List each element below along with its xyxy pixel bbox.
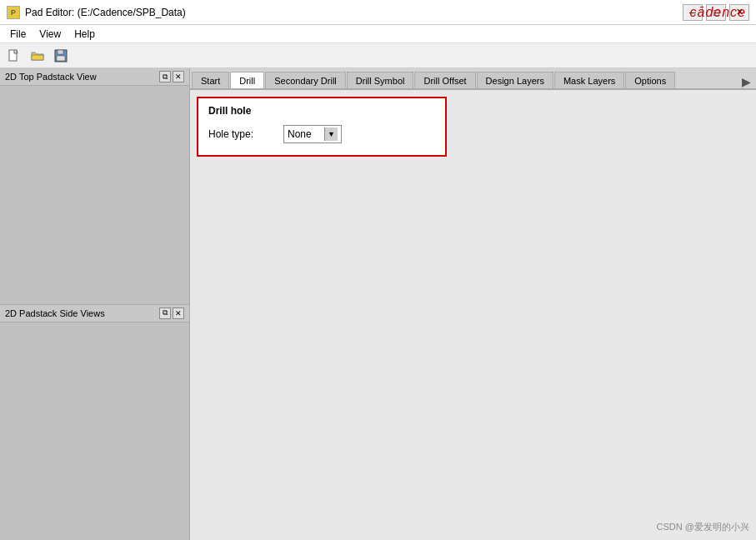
title-bar-left: P Pad Editor: (E:/Cadence/SPB_Data) [7,6,186,19]
side-views-content [0,322,189,541]
app-icon: P [7,6,20,19]
restore-btn-side[interactable]: ⧉ [159,308,171,319]
hole-type-row: Hole type: None ▼ [208,125,435,143]
tab-drill[interactable]: Drill [230,72,264,89]
watermark: CSDN @爱发明的小兴 [657,521,749,533]
svg-rect-5 [57,56,65,61]
tab-mask-layers[interactable]: Mask Layers [554,72,624,89]
hole-type-select[interactable]: None ▼ [283,125,342,143]
menu-help[interactable]: Help [68,27,102,42]
top-padstack-content [0,86,189,304]
cadence-logo: cādence [690,5,747,20]
restore-btn-top[interactable]: ⧉ [159,71,171,82]
tab-drill-symbol[interactable]: Drill Symbol [347,72,414,89]
toolbar [0,43,756,68]
top-padstack-controls: ⧉ ✕ [159,71,184,82]
side-views-header: 2D Padstack Side Views ⧉ ✕ [0,305,189,322]
tabs-container: Start Drill Secondary Drill Drill Symbol… [190,68,756,90]
hole-type-label: Hole type: [208,128,283,140]
menu-bar: File View Help cādence [0,25,756,43]
hole-type-value: None [288,128,324,140]
drill-hole-box: Drill hole Hole type: None ▼ [197,97,447,157]
drill-hole-title: Drill hole [208,105,435,117]
main-layout: 2D Top Padstack View ⧉ ✕ 2D Padstack Sid… [0,68,756,540]
close-btn-side[interactable]: ✕ [173,308,184,319]
tab-content-drill: Drill hole Hole type: None ▼ [190,90,756,540]
new-button[interactable] [3,46,25,66]
save-button[interactable] [50,46,72,66]
svg-rect-4 [58,50,63,54]
menu-view[interactable]: View [33,27,68,42]
tab-drill-offset[interactable]: Drill Offset [414,72,475,89]
tab-secondary-drill[interactable]: Secondary Drill [265,72,346,89]
close-btn-top[interactable]: ✕ [173,71,184,82]
tabs-scroll-right[interactable]: ▶ [738,75,754,88]
title-bar-text: Pad Editor: (E:/Cadence/SPB_Data) [25,7,186,18]
tab-options[interactable]: Options [625,72,675,89]
hole-type-dropdown-arrow[interactable]: ▼ [324,128,338,141]
menu-file[interactable]: File [3,27,33,42]
side-views-label: 2D Padstack Side Views [5,308,105,318]
title-bar: P Pad Editor: (E:/Cadence/SPB_Data) ─ □ … [0,0,756,25]
svg-rect-2 [32,55,43,60]
tab-design-layers[interactable]: Design Layers [477,72,553,89]
content-area: Start Drill Secondary Drill Drill Symbol… [190,68,756,540]
side-views-controls: ⧉ ✕ [159,308,184,319]
open-button[interactable] [27,46,48,66]
top-padstack-label: 2D Top Padstack View [5,72,97,82]
tab-start[interactable]: Start [192,72,229,89]
top-padstack-header: 2D Top Padstack View ⧉ ✕ [0,68,189,86]
left-panel: 2D Top Padstack View ⧉ ✕ 2D Padstack Sid… [0,68,190,540]
